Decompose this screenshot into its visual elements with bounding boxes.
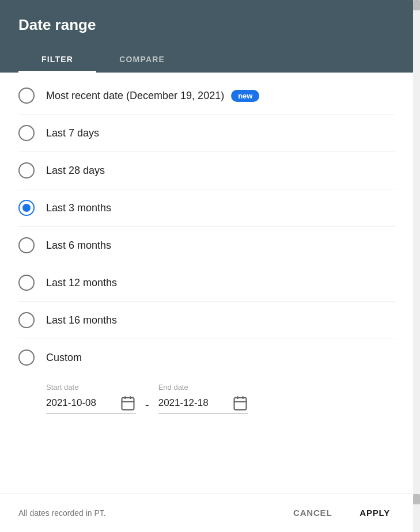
start-date-input-row[interactable]: 2021-10-08: [46, 395, 136, 414]
option-last-7-label: Last 7 days: [46, 127, 99, 139]
start-calendar-icon[interactable]: [120, 395, 136, 411]
radio-inner-last-3m: [22, 204, 31, 212]
radio-last-16m[interactable]: [18, 312, 35, 328]
option-last-6m[interactable]: Last 6 months: [18, 227, 395, 264]
option-last-12m[interactable]: Last 12 months: [18, 264, 395, 302]
option-last-28-label: Last 28 days: [46, 165, 105, 177]
option-last-6m-label: Last 6 months: [46, 240, 111, 252]
date-separator: -: [141, 398, 154, 414]
radio-custom[interactable]: [18, 349, 35, 366]
option-last-16m-label: Last 16 months: [46, 314, 117, 326]
end-date-label: End date: [158, 383, 248, 392]
option-last-28[interactable]: Last 28 days: [18, 152, 395, 189]
start-date-value: 2021-10-08: [46, 397, 115, 409]
option-last-3m[interactable]: Last 3 months: [18, 189, 395, 227]
scrollbar-thumb-top[interactable]: [413, 0, 420, 10]
end-date-value: 2021-12-18: [158, 397, 228, 409]
scrollbar-thumb-bottom[interactable]: [413, 494, 420, 504]
tabs-container: FILTER COMPARE: [18, 48, 402, 73]
option-most-recent-label: Most recent date (December 19, 2021): [46, 90, 224, 102]
radio-last-12m[interactable]: [18, 275, 35, 291]
option-last-7[interactable]: Last 7 days: [18, 115, 395, 152]
scrollbar-track[interactable]: [413, 0, 420, 532]
option-last-3m-label: Last 3 months: [46, 202, 111, 214]
tab-filter[interactable]: FILTER: [18, 48, 96, 73]
dialog-header: Date range FILTER COMPARE: [0, 0, 420, 73]
option-last-16m[interactable]: Last 16 months: [18, 302, 395, 339]
svg-rect-0: [122, 398, 134, 410]
footer-actions: CANCEL APPLY: [282, 502, 402, 523]
footer-note: All dates recorded in PT.: [18, 508, 106, 518]
custom-dates-container: Start date 2021-10-08 - End date 20: [18, 376, 395, 425]
tab-compare[interactable]: COMPARE: [96, 48, 188, 73]
badge-new: new: [231, 90, 259, 102]
date-range-dialog: Date range FILTER COMPARE Most recent da…: [0, 0, 420, 532]
dialog-title: Date range: [18, 16, 402, 34]
cancel-button[interactable]: CANCEL: [282, 502, 343, 523]
dialog-footer: All dates recorded in PT. CANCEL APPLY: [0, 493, 420, 532]
dialog-body: Most recent date (December 19, 2021) new…: [0, 73, 420, 493]
svg-rect-4: [234, 398, 246, 410]
option-custom[interactable]: Custom: [18, 339, 395, 376]
radio-last-28[interactable]: [18, 162, 35, 178]
end-calendar-icon[interactable]: [232, 395, 248, 411]
start-date-label: Start date: [46, 383, 136, 392]
option-most-recent[interactable]: Most recent date (December 19, 2021) new: [18, 77, 395, 115]
option-last-12m-label: Last 12 months: [46, 277, 117, 289]
radio-last-6m[interactable]: [18, 237, 35, 253]
radio-last-7[interactable]: [18, 125, 35, 141]
option-custom-label: Custom: [46, 352, 82, 364]
end-date-field: End date 2021-12-18: [158, 383, 248, 414]
apply-button[interactable]: APPLY: [348, 502, 402, 523]
radio-most-recent[interactable]: [18, 88, 35, 104]
end-date-input-row[interactable]: 2021-12-18: [158, 395, 248, 414]
radio-last-3m[interactable]: [18, 200, 35, 216]
start-date-field: Start date 2021-10-08: [46, 383, 136, 414]
